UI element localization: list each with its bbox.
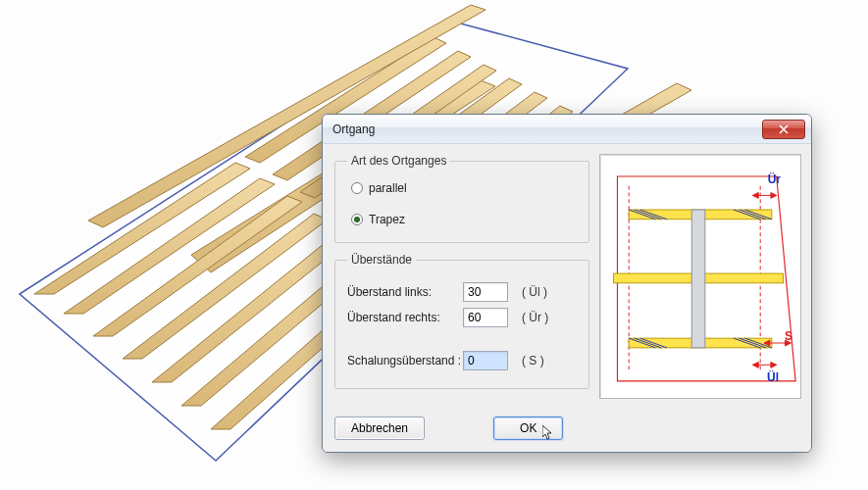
group-art-legend: Art des Ortganges [347,154,450,168]
radio-trapez-row[interactable]: Trapez [351,213,577,226]
row-schalungsueberstand: Schalungsüberstand : ( S ) [347,351,577,370]
close-button[interactable] [762,120,805,139]
radio-parallel-row[interactable]: parallel [351,181,577,195]
input-ueberstand-links[interactable] [463,282,508,302]
diagram-label-ur: Ür [768,172,781,186]
button-row: Abbrechen OK [323,409,811,452]
radio-parallel-label: parallel [369,181,407,195]
label-ueberstand-rechts: Überstand rechts: [347,311,463,324]
close-icon [779,124,789,134]
group-ueberstaende-legend: Überstände [347,253,416,267]
input-schalungsueberstand[interactable] [463,351,508,370]
radio-parallel[interactable] [351,182,363,194]
ann-ur: ( Ür ) [522,311,548,324]
ann-s: ( S ) [522,354,544,368]
titlebar[interactable]: Ortgang [323,115,811,144]
row-ueberstand-rechts: Überstand rechts: ( Ür ) [347,308,577,327]
svg-marker-40 [771,193,777,199]
radio-trapez[interactable] [351,214,363,225]
diagram-label-s: S [785,329,792,343]
row-ueberstand-links: Überstand links: ( Ül ) [347,282,577,302]
ortgang-dialog: Ortgang Art des Ortganges parallel Trape… [322,114,812,453]
svg-marker-46 [771,362,777,368]
diagram-panel: Ür S Ül [599,154,801,399]
svg-marker-45 [752,362,758,368]
diagram-label-ul: Ül [767,370,779,384]
cursor-icon [542,425,554,441]
diagram-svg [600,155,800,398]
radio-trapez-label: Trapez [369,213,405,226]
svg-marker-47 [542,425,551,439]
label-ueberstand-links: Überstand links: [347,285,463,299]
cancel-button[interactable]: Abbrechen [334,416,425,440]
svg-marker-39 [752,193,758,199]
ann-ul: ( Ül ) [522,285,547,299]
group-art-des-ortganges: Art des Ortganges parallel Trapez [334,154,589,243]
dialog-title: Ortgang [332,122,762,136]
ok-button-label: OK [520,421,536,435]
input-ueberstand-rechts[interactable] [463,308,508,327]
ok-button[interactable]: OK [493,416,563,440]
group-ueberstaende: Überstände Überstand links: ( Ül ) Übers… [334,253,589,389]
label-schalungsueberstand: Schalungsüberstand : [347,354,463,368]
svg-rect-37 [691,210,705,348]
